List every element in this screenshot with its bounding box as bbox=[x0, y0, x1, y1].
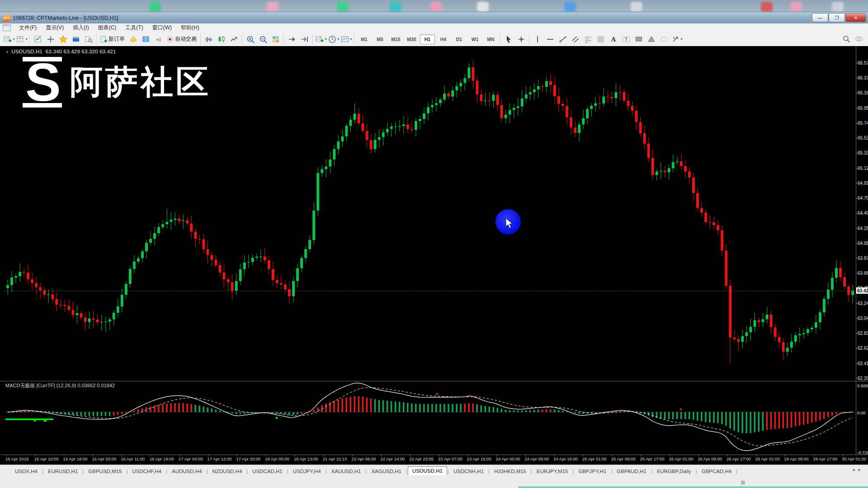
strategy-tester-icon[interactable] bbox=[83, 33, 94, 45]
title-bar[interactable]: CPT 1066728: CPTMarkets-Live - [USOUSD,H… bbox=[0, 12, 868, 24]
symbol-tab-gbpjpy[interactable]: GBPJPY,H1 bbox=[574, 467, 610, 475]
grid-icon[interactable] bbox=[595, 33, 607, 45]
new-chart-icon[interactable]: ▾ bbox=[3, 33, 15, 45]
timeframe-m15[interactable]: M15 bbox=[388, 34, 403, 44]
tab-scroll-arrows[interactable]: ◂▸ bbox=[852, 467, 864, 473]
dropdown-caret-icon[interactable]: ▾ bbox=[350, 37, 352, 41]
timeframe-m30[interactable]: M30 bbox=[404, 34, 419, 44]
search-icon[interactable] bbox=[840, 33, 852, 45]
symbol-tab-eurjpy[interactable]: EURJPY,M15 bbox=[533, 467, 572, 475]
macd-tick-label: -0.7252 bbox=[857, 450, 868, 455]
market-watch-icon[interactable] bbox=[32, 33, 44, 45]
symbol-tab-gbpaud[interactable]: GBPAUD,H1 bbox=[613, 467, 651, 475]
templates-icon[interactable]: ▾ bbox=[340, 33, 352, 45]
channel-icon[interactable] bbox=[570, 33, 581, 45]
cursor-icon[interactable] bbox=[503, 33, 514, 45]
candlestick-chart bbox=[0, 46, 868, 465]
zoom-out-icon[interactable] bbox=[257, 33, 269, 45]
timeframe-m1[interactable]: M1 bbox=[357, 34, 372, 44]
timeframe-h1[interactable]: H1 bbox=[420, 34, 435, 44]
symbol-tab-usdx[interactable]: USDX,H4 bbox=[11, 467, 42, 475]
periods-icon[interactable]: ▾ bbox=[328, 33, 340, 45]
trendline-icon[interactable] bbox=[557, 33, 569, 45]
menu-bar: 文件(F)显示(V)插入(I)图表(C)工具(T)窗口(W)帮助(H) bbox=[0, 23, 868, 33]
data-window-icon[interactable] bbox=[45, 33, 57, 45]
auto-scroll-icon[interactable] bbox=[286, 33, 298, 45]
dropdown-caret-icon[interactable]: ▾ bbox=[337, 37, 339, 41]
terminal-icon[interactable] bbox=[70, 33, 82, 45]
symbol-tab-usdcnh[interactable]: USDCNH,H1 bbox=[449, 467, 488, 475]
rectangle-icon[interactable] bbox=[633, 33, 645, 45]
ellipse-icon[interactable] bbox=[658, 33, 670, 45]
symbol-tab-audusd[interactable]: AUDUSD,H4 bbox=[168, 467, 206, 475]
dropdown-caret-icon[interactable]: ▾ bbox=[13, 37, 14, 41]
candlestick-icon[interactable] bbox=[216, 33, 227, 45]
triangle-icon[interactable] bbox=[646, 33, 657, 45]
symbol-tab-usdjpy[interactable]: USDJPY,H4 bbox=[289, 467, 325, 475]
chart-shift-icon[interactable] bbox=[299, 33, 311, 45]
community-icon[interactable] bbox=[853, 33, 865, 45]
grid-handle-icon[interactable]: ▦ bbox=[741, 479, 745, 485]
fibonacci-icon[interactable] bbox=[582, 33, 594, 45]
timeframe-w1[interactable]: W1 bbox=[467, 34, 482, 44]
chart-area[interactable]: ▼USOUSD,H1 63.340 63.429 63.320 63.421 S… bbox=[0, 46, 868, 465]
horizontal-line-icon[interactable] bbox=[544, 33, 556, 45]
metaeditor-icon[interactable] bbox=[127, 33, 139, 45]
price-tick-label: 62.830 bbox=[858, 331, 868, 336]
line-chart-icon[interactable] bbox=[228, 33, 240, 45]
svg-text:A: A bbox=[611, 36, 616, 43]
zoom-in-icon[interactable] bbox=[245, 33, 256, 45]
symbol-tab-usdchf[interactable]: USDCHF,H4 bbox=[128, 467, 165, 475]
symbol-tab-nzdusd[interactable]: NZDUSD,H4 bbox=[208, 467, 246, 475]
time-tick-label: 26 Apr 09:00 bbox=[698, 456, 722, 461]
symbol-tab-eurusd[interactable]: EURUSD,H1 bbox=[44, 467, 82, 475]
menu-item-c[interactable]: 图表(C) bbox=[94, 23, 121, 33]
minimize-button[interactable]: — bbox=[812, 13, 828, 22]
signals-icon[interactable] bbox=[153, 33, 165, 45]
autotrading-icon[interactable]: 自动交易 bbox=[165, 33, 198, 45]
dropdown-caret-icon[interactable]: ▾ bbox=[325, 37, 326, 41]
timeframe-m5[interactable]: M5 bbox=[373, 34, 387, 44]
tab-scroll-left-icon[interactable]: ◂ bbox=[852, 467, 859, 472]
timeframe-d1[interactable]: D1 bbox=[452, 34, 467, 44]
taskbar-app-blob bbox=[390, 2, 401, 12]
symbol-tab-usousd[interactable]: USOUSD,H1 bbox=[408, 466, 447, 475]
toolbar-separator bbox=[242, 34, 243, 45]
arrows-icon[interactable]: ▾ bbox=[671, 33, 683, 45]
panel-divider[interactable] bbox=[0, 381, 868, 381]
indicators-icon[interactable]: ▾ bbox=[315, 33, 327, 45]
editor-book-icon[interactable] bbox=[140, 33, 152, 45]
vertical-line-icon[interactable] bbox=[532, 33, 543, 45]
close-button[interactable]: ✕ bbox=[845, 13, 866, 22]
menu-item-i[interactable]: 插入(I) bbox=[68, 23, 93, 33]
text-label-icon[interactable]: T bbox=[620, 33, 632, 45]
menu-item-v[interactable]: 显示(V) bbox=[41, 23, 68, 33]
symbol-tab-gbpusd[interactable]: GBPUSD,M15 bbox=[84, 467, 126, 475]
symbol-tab-eurgbp[interactable]: EURGBP,Daily bbox=[653, 467, 695, 475]
symbol-tab-usdcad[interactable]: USDCAD,H1 bbox=[248, 467, 286, 475]
symbol-tab-h33hkd[interactable]: H33HKD,M15 bbox=[490, 467, 530, 475]
menu-item-f[interactable]: 文件(F) bbox=[14, 23, 41, 33]
menu-item-w[interactable]: 窗口(W) bbox=[148, 23, 176, 33]
symbol-tab-gbpcad[interactable]: GBPCAD,H4 bbox=[698, 467, 736, 475]
crosshair-icon[interactable] bbox=[515, 33, 527, 45]
dropdown-caret-icon[interactable]: ▾ bbox=[25, 37, 27, 41]
bar-chart-icon[interactable] bbox=[203, 33, 215, 45]
menu-item-t[interactable]: 工具(T) bbox=[121, 23, 147, 33]
symbol-tab-xagusd[interactable]: XAGUSD,H1 bbox=[367, 467, 405, 475]
tile-windows-icon[interactable] bbox=[270, 33, 282, 45]
timeframe-h4[interactable]: H4 bbox=[436, 34, 451, 44]
dropdown-caret-icon[interactable]: ▾ bbox=[680, 37, 682, 41]
menu-item-h[interactable]: 帮助(H) bbox=[176, 23, 204, 33]
time-tick-label: 25 Apr 01:00 bbox=[582, 456, 607, 461]
scrollbar-accent[interactable] bbox=[518, 487, 868, 488]
maximize-button[interactable]: ❐ bbox=[829, 13, 845, 22]
tab-scroll-right-icon[interactable]: ▸ bbox=[858, 467, 864, 472]
profiles-icon[interactable]: ▾ bbox=[16, 33, 28, 45]
timeframe-mn[interactable]: MN bbox=[483, 34, 498, 44]
new-order-icon[interactable]: 新订单 bbox=[99, 33, 127, 45]
tab-separator: | bbox=[42, 469, 43, 474]
symbol-tab-xauusd[interactable]: XAUUSD,H1 bbox=[327, 467, 365, 475]
text-icon[interactable]: A bbox=[608, 33, 619, 45]
navigator-icon[interactable] bbox=[57, 33, 69, 45]
